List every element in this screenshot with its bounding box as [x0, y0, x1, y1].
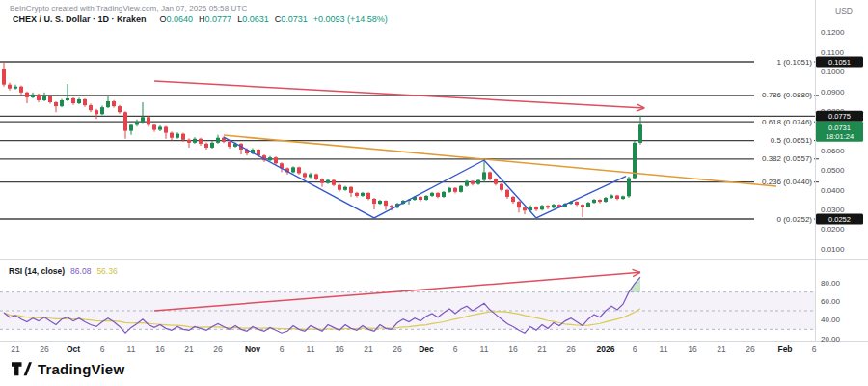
svg-text:26: 26	[566, 345, 576, 354]
svg-text:11: 11	[307, 345, 315, 354]
svg-text:6: 6	[633, 345, 637, 354]
svg-text:Feb: Feb	[777, 345, 792, 354]
tradingview-chart-window: BeInCrypto created with TradingView.com,…	[0, 0, 868, 386]
low-value: 0.0631	[242, 14, 269, 24]
svg-text:0.1200: 0.1200	[821, 28, 845, 37]
svg-text:Oct: Oct	[67, 345, 80, 354]
price-level-badge[interactable]: 0.0775	[816, 111, 863, 122]
symbol-header[interactable]: CHEX / U. S. Dollar · 1D · KrakenO0.0640…	[13, 14, 388, 24]
svg-text:6: 6	[812, 345, 817, 354]
close-value: 0.0731	[281, 14, 308, 24]
svg-text:16: 16	[688, 345, 697, 354]
open-label: O	[160, 14, 167, 24]
svg-text:40.00: 40.00	[821, 316, 841, 324]
svg-text:21: 21	[11, 345, 20, 354]
rsi-panel	[0, 277, 815, 333]
svg-text:0.0775: 0.0775	[828, 112, 851, 121]
high-value: 0.0777	[205, 14, 232, 24]
svg-text:0 (0.0252): 0 (0.0252)	[777, 215, 813, 224]
candlestick-series	[2, 62, 642, 217]
svg-text:USD: USD	[835, 6, 853, 15]
svg-text:21: 21	[717, 345, 726, 354]
svg-text:11: 11	[480, 345, 489, 354]
svg-text:0.0500: 0.0500	[821, 166, 845, 175]
svg-text:21: 21	[364, 345, 373, 354]
svg-text:0.5 (0.0651): 0.5 (0.0651)	[771, 136, 812, 145]
svg-text:18:01:24: 18:01:24	[826, 132, 854, 141]
svg-text:80.00: 80.00	[821, 279, 841, 288]
svg-text:0.0300: 0.0300	[821, 206, 845, 214]
svg-text:26: 26	[213, 345, 223, 354]
svg-text:0.1000: 0.1000	[821, 68, 845, 76]
svg-text:0.0400: 0.0400	[821, 186, 845, 195]
price-level-badge[interactable]: 0.0252	[816, 214, 863, 225]
svg-text:0.382 (0.0557): 0.382 (0.0557)	[762, 154, 812, 163]
price-axis[interactable]: USD0.12000.11000.10000.09000.08000.06000…	[816, 6, 863, 254]
chart-canvas[interactable]: 1 (0.1051)0.786 (0.0880)0.618 (0.0746)0.…	[0, 0, 868, 386]
ohlc-readout: O0.0640H0.0777L0.0631C0.0731+0.0093 (+14…	[154, 14, 388, 24]
rsi-title: RSI (14, close)	[9, 266, 65, 276]
svg-text:2026: 2026	[597, 345, 615, 354]
svg-text:60.00: 60.00	[821, 297, 841, 306]
rsi-legend[interactable]: RSI (14, close)86.0856.36	[9, 266, 118, 276]
svg-text:0.0900: 0.0900	[821, 88, 845, 96]
svg-text:1 (0.1051): 1 (0.1051)	[777, 58, 813, 67]
svg-text:6: 6	[100, 345, 105, 354]
svg-text:21: 21	[537, 345, 547, 354]
last-price-badge[interactable]: 0.073118:01:24	[816, 122, 863, 142]
svg-text:Dec: Dec	[419, 345, 434, 354]
fib-retracement-lines[interactable]: 1 (0.1051)0.786 (0.0880)0.618 (0.0746)0.…	[0, 58, 819, 224]
svg-text:0.0100: 0.0100	[821, 245, 845, 254]
attribution-text: BeInCrypto created with TradingView.com,…	[10, 4, 247, 13]
tradingview-glyph-icon	[12, 362, 32, 376]
rsi-axis[interactable]: 80.0060.0040.0020.00	[821, 279, 841, 344]
svg-text:21: 21	[184, 345, 194, 354]
time-axis[interactable]: 2126Oct611162126Nov611162126Dec611162126…	[11, 345, 816, 354]
price-resistance-arrow[interactable]	[154, 81, 644, 111]
svg-text:0.0731: 0.0731	[828, 124, 851, 132]
rsi-ma-value: 56.36	[96, 266, 117, 276]
price-level-badge[interactable]: 0.1051	[816, 57, 863, 68]
svg-text:Nov: Nov	[245, 345, 260, 354]
svg-text:0.0200: 0.0200	[821, 225, 845, 234]
svg-text:16: 16	[508, 345, 518, 354]
tradingview-logo-text: TradingView	[38, 361, 124, 377]
svg-text:6: 6	[280, 345, 285, 354]
panel-separators	[0, 0, 868, 342]
svg-text:26: 26	[393, 345, 402, 354]
svg-text:0.786 (0.0880): 0.786 (0.0880)	[762, 91, 812, 99]
svg-text:0.618 (0.0746): 0.618 (0.0746)	[762, 118, 812, 126]
symbol-title[interactable]: CHEX / U. S. Dollar · 1D · Kraken	[13, 14, 147, 24]
svg-text:0.1100: 0.1100	[821, 48, 844, 57]
rsi-value: 86.08	[70, 266, 91, 276]
svg-text:26: 26	[746, 345, 755, 354]
svg-text:11: 11	[127, 345, 136, 354]
svg-text:0.1051: 0.1051	[828, 58, 851, 67]
svg-text:6: 6	[453, 345, 458, 354]
svg-text:26: 26	[40, 345, 49, 354]
open-value: 0.0640	[167, 14, 194, 24]
svg-text:16: 16	[335, 345, 344, 354]
svg-text:11: 11	[660, 345, 668, 354]
tradingview-logo[interactable]: TradingView	[12, 361, 124, 377]
svg-text:20.00: 20.00	[821, 335, 841, 344]
change-value: +0.0093 (+14.58%)	[313, 14, 388, 24]
svg-text:16: 16	[155, 345, 165, 354]
svg-text:0.0252: 0.0252	[828, 215, 851, 224]
svg-text:0.0600: 0.0600	[821, 147, 845, 155]
